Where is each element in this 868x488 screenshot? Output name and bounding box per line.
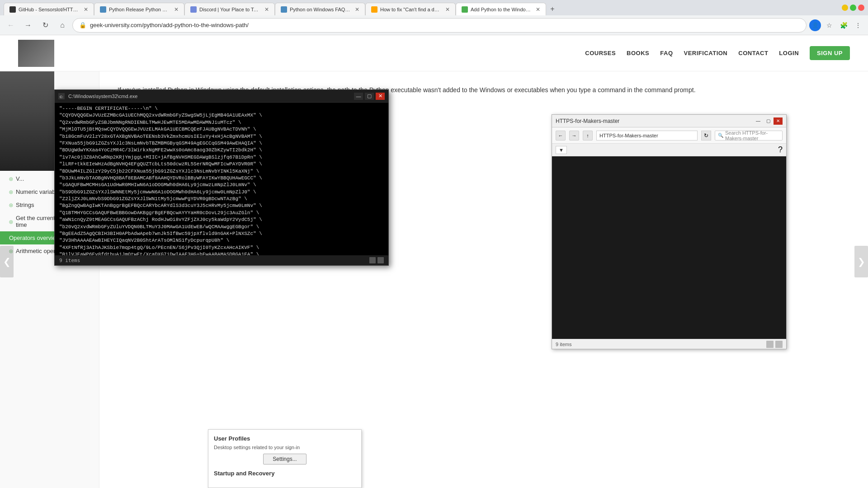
settings-section-startup: Startup and Recovery [214, 470, 356, 477]
explorer-view-dropdown[interactable]: ▼ [556, 146, 567, 154]
sidebar-label: Operators overview [9, 235, 60, 241]
tab-close-3[interactable]: ✕ [264, 6, 269, 13]
cmd-status-icon-2 [377, 257, 384, 263]
nav-faq[interactable]: FAQ [660, 50, 673, 56]
cmd-close-button[interactable]: ✕ [376, 93, 385, 100]
explorer-titlebar: HTTPS-for-Makers-master — ▢ ✕ [552, 115, 786, 127]
nav-books[interactable]: BOOKS [627, 50, 649, 56]
extensions-icon[interactable]: 🧩 [837, 19, 850, 32]
explorer-window: HTTPS-for-Makers-master — ▢ ✕ ← → ↑ HTTP… [552, 114, 787, 349]
sidebar-bullet: ◎ [9, 202, 13, 207]
explorer-search-box[interactable]: 🔍 Search HTTPS-for-Makers-master [715, 131, 783, 141]
explorer-close-button[interactable]: ✕ [774, 117, 783, 125]
explorer-title-text: HTTPS-for-Makers-master [556, 118, 751, 124]
explorer-refresh-button[interactable]: ↻ [701, 131, 711, 141]
browser-tab-5[interactable]: How to fix "Can't find a default Pytho..… [365, 3, 456, 15]
nav-login[interactable]: LOGIN [779, 50, 799, 56]
maximize-window-button[interactable] [850, 5, 856, 11]
footer-icon-2[interactable] [775, 341, 783, 348]
cmd-title-text: C:\Windows\system32\cmd.exe [68, 94, 350, 99]
slideshow-prev-button[interactable]: ❮ [0, 246, 14, 277]
explorer-path-text: HTTPS-for-Makers-master [599, 133, 658, 138]
browser-tab-1[interactable]: GitHub - Sensorslot/HTTPS-for-Mak... ✕ [4, 3, 94, 15]
slideshow-next-button[interactable]: ❯ [854, 246, 868, 277]
tab-label-5: How to fix "Can't find a default Pytho..… [380, 7, 441, 12]
toolbar-right: 👤 ☆ 🧩 ⋮ [809, 19, 864, 32]
cmd-statusbar: 9 items [55, 255, 388, 265]
nav-verification[interactable]: VERIFICATION [684, 50, 728, 56]
explorer-footer-text: 9 items [556, 342, 571, 347]
bookmark-icon[interactable]: ☆ [823, 19, 835, 32]
browser-tab-6[interactable]: Add Python to the Windows Path ✕ [456, 3, 546, 15]
explorer-forward-button[interactable]: → [569, 131, 579, 141]
explorer-toolbar: ← → ↑ HTTPS-for-Makers-master ↻ 🔍 Search… [552, 127, 786, 144]
explorer-maximize-button[interactable]: ▢ [764, 117, 773, 125]
forward-button[interactable]: → [21, 18, 35, 33]
tab-close-6[interactable]: ✕ [536, 6, 540, 13]
nav-contact[interactable]: CONTACT [738, 50, 768, 56]
site-logo [18, 40, 54, 67]
sidebar-bullet: ◎ [9, 176, 13, 181]
reload-button[interactable]: ↻ [38, 18, 52, 33]
close-window-button[interactable] [858, 5, 864, 11]
tab-label-2: Python Release Python 3.9.1 | Pyth... [109, 7, 170, 12]
cmd-maximize-button[interactable]: ▢ [365, 93, 374, 100]
tab-favicon-1 [9, 6, 16, 13]
explorer-minimize-button[interactable]: — [754, 117, 763, 125]
url-text: geek-university.com/python/add-python-to… [90, 22, 800, 28]
explorer-path-bar[interactable]: HTTPS-for-Makers-master [596, 131, 698, 141]
settings-section-profiles: User Profiles Desktop settings related t… [214, 435, 356, 465]
tab-favicon-2 [100, 6, 106, 13]
browser-title-bar: GitHub - Sensorslot/HTTPS-for-Mak... ✕ P… [0, 0, 868, 15]
cmd-icon-svg: C: [59, 94, 64, 99]
tab-close-4[interactable]: ✕ [355, 6, 359, 13]
tab-favicon-3 [190, 6, 197, 13]
search-icon: 🔍 [718, 133, 723, 138]
browser-tab-4[interactable]: Python on Windows FAQ — Python 3... ✕ [275, 3, 365, 15]
explorer-window-controls: — ▢ ✕ [754, 117, 783, 125]
back-button[interactable]: ← [4, 18, 18, 33]
tab-close-1[interactable]: ✕ [84, 6, 88, 13]
explorer-content-area[interactable] [552, 156, 786, 339]
article-text-2: or executables when you type a command i… [507, 86, 695, 94]
browser-tab-3[interactable]: Discord | Your Place to Talk and Hang...… [184, 3, 275, 15]
profile-avatar[interactable]: 👤 [809, 19, 821, 31]
home-button[interactable]: ⌂ [55, 18, 70, 33]
site-header: COURSES BOOKS FAQ VERIFICATION CONTACT L… [0, 35, 868, 71]
tab-label-3: Discord | Your Place to Talk and Hang... [199, 7, 260, 12]
sidebar-bullet: ◎ [9, 189, 13, 194]
explorer-back-button[interactable]: ← [556, 131, 566, 141]
security-lock-icon: 🔒 [79, 22, 86, 28]
browser-tab-2[interactable]: Python Release Python 3.9.1 | Pyth... ✕ [94, 3, 184, 15]
site-navigation: COURSES BOOKS FAQ VERIFICATION CONTACT L… [585, 46, 850, 60]
explorer-up-button[interactable]: ↑ [583, 131, 593, 141]
nav-courses[interactable]: COURSES [585, 50, 616, 56]
new-tab-button[interactable]: + [546, 3, 559, 15]
cmd-status-icon-1 [369, 257, 376, 263]
tab-close-2[interactable]: ✕ [174, 6, 179, 13]
settings-profiles-button[interactable]: Settings... [263, 454, 306, 465]
explorer-body: ▼ ? [552, 144, 786, 339]
cmd-minimize-button[interactable]: — [354, 93, 363, 100]
explorer-secondary-toolbar: ▼ ? [552, 144, 786, 156]
settings-panel: User Profiles Desktop settings related t… [208, 429, 362, 488]
tab-favicon-4 [281, 6, 287, 13]
cmd-status-icons [369, 257, 384, 263]
minimize-window-button[interactable] [842, 5, 848, 11]
explorer-help-icon[interactable]: ? [778, 145, 783, 155]
settings-icon[interactable]: ⋮ [852, 19, 864, 32]
address-bar[interactable]: 🔒 geek-university.com/python/add-python-… [72, 18, 807, 33]
tab-favicon-6 [462, 6, 468, 13]
footer-icon-1[interactable] [766, 341, 774, 348]
tab-favicon-5 [371, 6, 377, 13]
tab-close-5[interactable]: ✕ [445, 6, 450, 13]
thumbnail-image [0, 71, 54, 171]
explorer-search-placeholder: Search HTTPS-for-Makers-master [725, 130, 779, 141]
cmd-content[interactable]: "-----BEGIN CERTIFICATE-----\n" \"CQYDVQ… [55, 103, 388, 255]
cmd-window: C: C:\Windows\system32\cmd.exe — ▢ ✕ "--… [54, 89, 389, 266]
tab-label-6: Add Python to the Windows Path [471, 7, 531, 12]
settings-profiles-desc: Desktop settings related to your sign-in [214, 445, 356, 450]
cmd-titlebar: C: C:\Windows\system32\cmd.exe — ▢ ✕ [55, 90, 388, 103]
nav-signup[interactable]: SIGN UP [810, 46, 850, 60]
explorer-file-list [556, 160, 783, 164]
